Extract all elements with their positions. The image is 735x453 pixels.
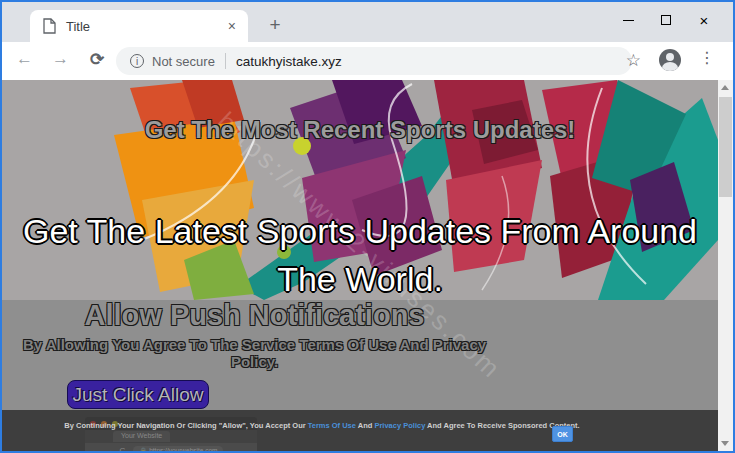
push-notification-subtitle: By Allowing You Agree To The Service Ter… [2,336,507,370]
ok-button[interactable]: OK [552,426,573,442]
scrollbar-up-icon[interactable] [721,85,729,90]
omnibox-divider [225,53,226,69]
mockup-tabrow: Your Website [85,430,257,443]
headline: Get The Most Recent Sports Updates! [2,116,718,144]
main-heading-line2: The World. [2,255,718,303]
consent-part2: And [356,421,374,430]
browser-tab[interactable]: Title × [30,10,248,42]
terms-of-use-link[interactable]: Terms Of Use [308,421,356,430]
mockup-url: 🔒 https://yourwebsite.com [133,446,223,452]
info-icon[interactable]: i [130,54,144,68]
page-content: https://www.2-viruses.com Get The Most R… [2,80,733,451]
main-heading: Get The Latest Sports Updates From Aroun… [2,207,718,303]
reload-icon[interactable]: ⟳ [90,49,104,70]
back-icon[interactable]: ← [16,49,33,69]
page-document-icon [42,18,56,34]
push-notification-title: Allow Push Notifications [2,299,507,332]
scrollbar-thumb[interactable] [719,97,732,197]
privacy-policy-link[interactable]: Privacy Policy [374,421,425,430]
consent-text: By Continuing Your Navigation Or Clickin… [2,421,642,430]
consent-part1: By Continuing Your Navigation Or Clickin… [64,421,307,430]
mockup-lock-icon: 🔒 [139,447,147,452]
page-scrollbar[interactable] [718,80,733,451]
tab-title: Title [66,19,228,34]
maximize-icon[interactable] [647,8,685,32]
just-click-allow-button[interactable]: Just Click Allow [67,380,209,409]
main-heading-line1: Get The Latest Sports Updates From Aroun… [2,207,718,255]
minimize-icon[interactable] [609,8,647,32]
window-controls: × [609,8,723,32]
mockup-nav-icons: ← → C [91,446,127,452]
browser-toolbar: ← → ⟳ i Not secure catukhyistake.xyz ☆ ⋮ [2,42,733,80]
window-close-icon[interactable]: × [685,8,723,32]
mockup-toolbar: ← → C 🔒 https://yourwebsite.com [85,443,257,451]
menu-dots-icon[interactable]: ⋮ [699,48,715,67]
profile-avatar-icon[interactable] [659,49,681,71]
security-label: Not secure [152,54,215,69]
scrollbar-down-icon[interactable] [721,441,729,446]
mockup-tab-label: Your Website [113,431,170,442]
url-text[interactable]: catukhyistake.xyz [236,54,342,69]
forward-icon[interactable]: → [52,49,69,69]
consent-bar: Your Website ← → C 🔒 https://yourwebsite… [2,410,722,451]
address-bar[interactable]: i Not secure catukhyistake.xyz [116,47,632,75]
tab-strip: Title × + × [2,2,733,42]
browser-window: Title × + × ← → ⟳ i Not secure catukhyis… [0,0,735,453]
bookmark-star-icon[interactable]: ☆ [626,50,641,71]
new-tab-icon[interactable]: + [262,12,288,38]
tab-close-icon[interactable]: × [228,18,236,34]
